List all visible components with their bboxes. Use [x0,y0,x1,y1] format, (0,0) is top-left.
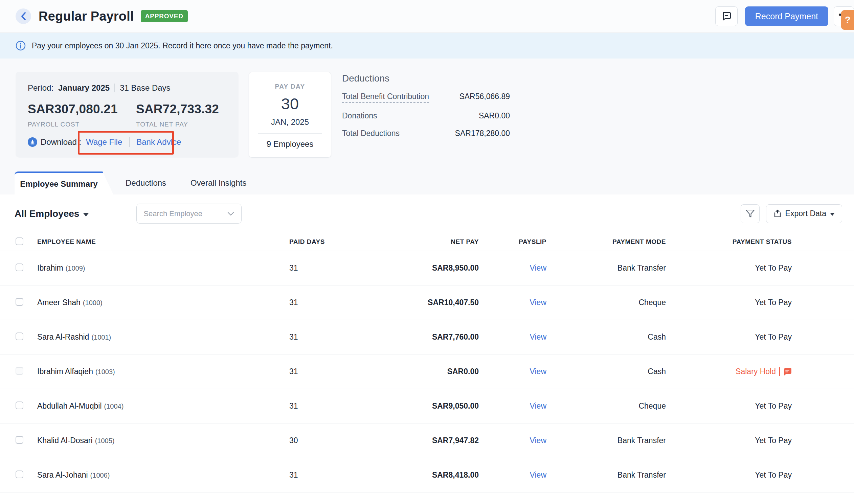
deductions-title: Deductions [342,73,510,84]
employee-table: EMPLOYEE NAME PAID DAYS NET PAY PAYSLIP … [0,233,854,492]
employee-name[interactable]: Ameer Shah [37,298,81,307]
row-checkbox[interactable] [16,298,23,306]
tab-bar: Employee Summary Deductions Overall Insi… [0,170,854,195]
caret-down-icon [830,213,835,216]
deduction-label-benefit[interactable]: Total Benefit Contribution [342,92,429,103]
view-payslip-link[interactable]: View [530,436,547,445]
comment-icon [722,11,731,21]
row-checkbox[interactable] [16,436,23,444]
search-employee-select[interactable]: Search Employee [136,204,242,223]
tab-employee-summary[interactable]: Employee Summary [15,172,113,195]
bank-advice-link[interactable]: Bank Advice [136,137,181,147]
net-pay: SAR8,418.00 [350,470,479,480]
page-title: Regular Payroll [39,9,134,24]
payment-mode: Bank Transfer [547,436,666,445]
row-checkbox[interactable] [16,401,23,409]
divider [779,367,780,376]
help-button[interactable]: ? [841,10,854,30]
net-pay: SAR8,950.00 [350,264,479,273]
divider [114,84,115,92]
view-payslip-link[interactable]: View [530,298,547,307]
total-net-pay-value: SAR72,733.32 [136,102,219,116]
employee-id: (1004) [104,402,124,410]
select-all-checkbox[interactable] [16,237,23,245]
row-checkbox[interactable] [16,264,23,271]
payday-day: 30 [249,96,331,112]
deduction-label-donations: Donations [342,111,377,121]
wage-file-link[interactable]: Wage File [86,137,122,147]
payday-employee-count: 9 Employees [249,139,331,149]
payment-mode: Cheque [547,401,666,411]
salary-hold-label: Salary Hold [735,367,776,376]
employee-id: (1009) [66,265,85,272]
period-value: January 2025 [58,83,110,93]
table-row: Ibrahim Alfaqieh(1003) 31 SAR0.00 View C… [0,355,854,389]
payment-mode: Bank Transfer [547,264,666,273]
payment-status: Yet To Pay [666,298,792,307]
col-payslip: PAYSLIP [479,238,547,246]
employee-name[interactable]: Ibrahim Alfaqieh [37,367,93,376]
view-payslip-link[interactable]: View [530,470,547,479]
row-checkbox[interactable] [16,367,23,375]
payment-status-hold: Salary Hold [735,367,792,376]
payment-status: Yet To Pay [666,264,792,273]
comments-button[interactable] [715,6,737,26]
back-button[interactable] [16,8,31,24]
table-header-row: EMPLOYEE NAME PAID DAYS NET PAY PAYSLIP … [0,233,854,251]
export-data-button[interactable]: Export Data [766,204,842,223]
deductions-summary: Deductions Total Benefit Contribution SA… [342,72,510,146]
employee-filter-dropdown[interactable]: All Employees [15,209,89,219]
net-pay: SAR9,050.00 [350,401,479,411]
view-payslip-link[interactable]: View [530,264,547,272]
row-checkbox[interactable] [16,332,23,340]
paid-days: 31 [289,332,350,342]
paid-days: 30 [289,436,350,445]
view-payslip-link[interactable]: View [530,401,547,410]
filter-button[interactable] [741,204,760,223]
search-employee-placeholder: Search Employee [143,210,227,218]
salary-hold-comment-icon[interactable] [783,367,792,376]
view-payslip-link[interactable]: View [530,332,547,341]
divider [129,137,129,147]
payment-status: Yet To Pay [666,470,792,480]
employee-name[interactable]: Sara Al-Rashid [37,332,89,341]
table-row: Abdullah Al-Muqbil(1004) 31 SAR9,050.00 … [0,389,854,424]
base-days: 31 Base Days [120,83,170,93]
total-net-pay-label: TOTAL NET PAY [136,121,219,128]
deduction-value-total: SAR178,280.00 [455,129,510,138]
employee-name[interactable]: Ibrahim [37,264,63,272]
page-header: Regular Payroll APPROVED Record Payment … [0,0,854,33]
employee-id: (1003) [95,368,115,376]
period-line: Period: January 2025 31 Base Days [28,83,226,93]
table-row: Sara Al-Johani(1006) 31 SAR8,418.00 View… [0,458,854,492]
tab-overall-insights[interactable]: Overall Insights [178,172,259,195]
paid-days: 31 [289,264,350,273]
info-banner: Pay your employees on 30 Jan 2025. Recor… [0,33,854,58]
payment-mode: Cash [547,367,666,376]
row-checkbox[interactable] [16,470,23,478]
list-toolbar: All Employees Search Employee Export Dat… [0,195,854,233]
table-row: Ibrahim(1009) 31 SAR8,950.00 View Bank T… [0,251,854,286]
tab-deductions[interactable]: Deductions [113,172,178,195]
col-net-pay: NET PAY [350,238,479,246]
employee-name[interactable]: Sara Al-Johani [37,470,88,479]
view-payslip-link[interactable]: View [530,367,547,376]
payment-status: Yet To Pay [666,332,792,342]
deduction-label-total: Total Deductions [342,129,399,138]
table-row: Sara Al-Rashid(1001) 31 SAR7,760.00 View… [0,320,854,355]
col-payment-mode: PAYMENT MODE [547,238,666,246]
deduction-row: Total Deductions SAR178,280.00 [342,129,510,138]
payday-month-year: JAN, 2025 [249,118,331,127]
employee-name[interactable]: Khalid Al-Dosari [37,436,93,445]
employee-id: (1006) [90,471,110,479]
net-pay: SAR7,947.82 [350,436,479,445]
employee-id: (1001) [91,334,111,341]
summary-section: Period: January 2025 31 Base Days SAR307… [0,58,854,170]
employee-filter-label: All Employees [15,209,79,219]
paid-days: 31 [289,401,350,411]
record-payment-button[interactable]: Record Payment [745,6,828,26]
employee-name[interactable]: Abdullah Al-Muqbil [37,401,102,410]
period-label: Period: [28,83,53,93]
chevron-down-icon [227,211,234,216]
payday-label: PAY DAY [249,83,331,90]
